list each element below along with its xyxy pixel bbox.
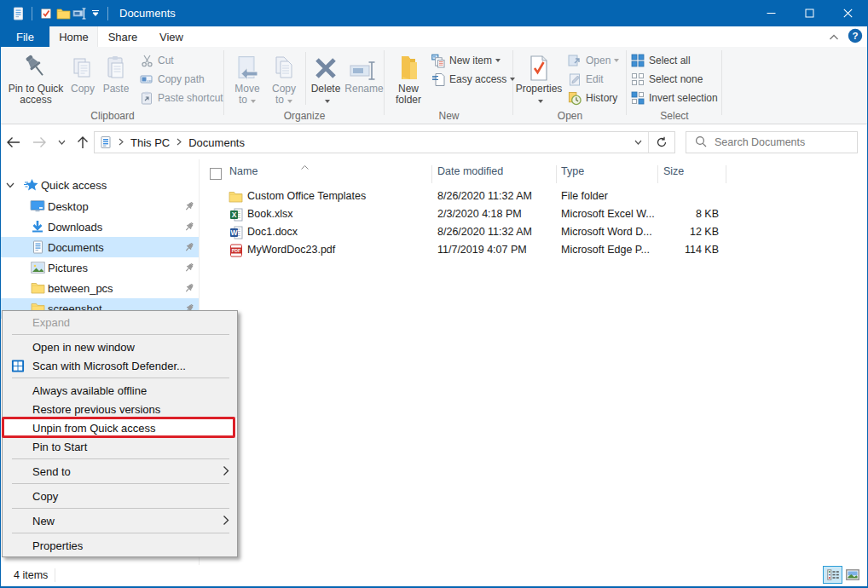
- column-header-date-modified[interactable]: Date modified: [437, 165, 503, 177]
- move-to-button[interactable]: Moveto: [229, 49, 265, 112]
- properties-button[interactable]: Properties: [515, 49, 563, 112]
- defender-icon: [11, 359, 25, 372]
- minimize-button[interactable]: [752, 0, 790, 26]
- rename-button[interactable]: Rename: [344, 49, 384, 112]
- qat-properties-button[interactable]: [38, 4, 55, 23]
- delete-button[interactable]: Delete: [308, 49, 344, 112]
- menu-item-label: Restore previous versions: [32, 403, 160, 416]
- search-input[interactable]: Search Documents: [686, 131, 858, 153]
- recent-locations-chevron-icon[interactable]: [52, 140, 71, 145]
- sidebar-item-between-pcs[interactable]: between_pcs: [1, 278, 199, 298]
- pin-icon: [180, 262, 199, 273]
- sidebar-item-quick-access[interactable]: Quick access: [1, 175, 199, 195]
- tab-home[interactable]: Home: [49, 26, 98, 47]
- collapse-chevron-icon[interactable]: [1, 182, 20, 188]
- file-row[interactable]: Custom Office Templates 8/26/2020 11:32 …: [203, 187, 867, 205]
- copy-path-button[interactable]: Copy path: [140, 70, 205, 89]
- details-view-button[interactable]: [823, 566, 842, 584]
- address-bar[interactable]: This PC Documents: [94, 131, 675, 153]
- file-row[interactable]: W Doc1.docx 8/26/2020 11:32 AM Microsoft…: [203, 223, 867, 241]
- file-date-modified: 8/26/2020 11:32 AM: [437, 190, 532, 202]
- delete-label: Delete: [311, 84, 341, 106]
- open-button[interactable]: Open: [568, 51, 619, 70]
- back-button[interactable]: [1, 136, 26, 148]
- help-icon[interactable]: ?: [848, 28, 863, 46]
- pin-icon: [180, 222, 199, 232]
- qat-customize-chevron-icon[interactable]: [89, 4, 102, 23]
- new-folder-button[interactable]: Newfolder: [390, 49, 427, 112]
- rename-label: Rename: [344, 84, 383, 95]
- tab-share[interactable]: Share: [98, 26, 148, 47]
- menu-item-new[interactable]: New: [3, 511, 237, 530]
- sidebar-item-documents[interactable]: Documents: [1, 237, 199, 257]
- paste-shortcut-button[interactable]: Paste shortcut: [140, 89, 223, 107]
- history-button[interactable]: History: [568, 89, 617, 107]
- select-all-button[interactable]: Select all: [631, 51, 691, 70]
- cut-button[interactable]: Cut: [140, 51, 174, 70]
- qat-separator: [32, 7, 32, 20]
- qat-new-folder-button[interactable]: [55, 4, 72, 23]
- sidebar-item-label: Quick access: [41, 179, 199, 192]
- address-dropdown-chevron-icon[interactable]: [628, 132, 649, 153]
- select-all-label: Select all: [649, 55, 691, 66]
- menu-item-pin-to-start[interactable]: Pin to Start: [3, 437, 237, 456]
- column-header-type[interactable]: Type: [561, 165, 584, 177]
- invert-selection-button[interactable]: Invert selection: [631, 89, 718, 107]
- pin-icon: [180, 201, 199, 211]
- column-separator[interactable]: [431, 165, 432, 183]
- up-button[interactable]: [71, 135, 95, 149]
- select-none-label: Select none: [649, 73, 703, 85]
- menu-item-restore-previous-versions[interactable]: Restore previous versions: [3, 400, 237, 418]
- menu-item-scan-with-microsoft-defender[interactable]: Scan with Microsoft Defender...: [3, 356, 237, 375]
- menu-item-label: New: [32, 515, 55, 527]
- menu-item-open-in-new-window[interactable]: Open in new window: [3, 337, 237, 356]
- menu-item-unpin-from-quick-access[interactable]: Unpin from Quick access: [3, 418, 237, 437]
- copy-button[interactable]: Copy: [67, 49, 99, 112]
- menu-separator: [3, 530, 237, 536]
- close-button[interactable]: [829, 0, 867, 26]
- easy-access-button[interactable]: Easy access: [431, 70, 515, 89]
- copy-to-button[interactable]: Copyto: [266, 49, 302, 112]
- menu-item-label: Copy: [32, 490, 58, 503]
- breadcrumb-documents[interactable]: Documents: [183, 136, 250, 149]
- column-separator[interactable]: [657, 165, 658, 183]
- menu-separator: [3, 505, 237, 511]
- qat-rename-button[interactable]: [72, 4, 89, 23]
- column-separator[interactable]: [726, 165, 726, 183]
- sidebar-item-downloads[interactable]: Downloads: [1, 216, 199, 237]
- menu-item-label: Properties: [32, 539, 83, 552]
- thumbnail-view-button[interactable]: [842, 566, 862, 584]
- sidebar-item-label: Pictures: [48, 262, 180, 274]
- forward-button[interactable]: [26, 136, 52, 148]
- column-header-name[interactable]: Name: [229, 165, 258, 177]
- select-all-checkbox[interactable]: [210, 168, 222, 180]
- tab-file[interactable]: File: [1, 26, 49, 47]
- edit-button[interactable]: Edit: [568, 70, 604, 89]
- file-row[interactable]: X Book.xlsx 2/3/2020 4:18 PM Microsoft E…: [203, 205, 867, 223]
- file-list: Name Date modified Type Size Custom Offi…: [203, 159, 867, 565]
- sidebar-item-desktop[interactable]: Desktop: [1, 196, 199, 216]
- sidebar-item-pictures[interactable]: Pictures: [1, 257, 199, 278]
- minimize-ribbon-icon[interactable]: [829, 31, 839, 43]
- menu-item-send-to[interactable]: Send to: [3, 462, 237, 481]
- refresh-button[interactable]: [649, 132, 674, 153]
- paste-button[interactable]: Paste: [99, 49, 133, 112]
- maximize-button[interactable]: [790, 0, 829, 26]
- menu-item-label: Open in new window: [32, 341, 135, 354]
- pin-to-quick-access-button[interactable]: Pin to Quickaccess: [5, 49, 67, 112]
- select-none-button[interactable]: Select none: [631, 70, 703, 89]
- menu-item-always-available-offline[interactable]: Always available offline: [3, 381, 237, 400]
- cut-label: Cut: [158, 55, 174, 66]
- breadcrumb-this-pc[interactable]: This PC: [125, 136, 175, 149]
- menu-item-expand[interactable]: Expand: [3, 313, 237, 331]
- open-icon: [568, 54, 582, 67]
- paste-icon: [106, 52, 126, 81]
- tab-view[interactable]: View: [148, 26, 195, 47]
- menu-item-properties[interactable]: Properties: [3, 536, 237, 555]
- address-bar-controls: [628, 132, 674, 153]
- menu-item-copy[interactable]: Copy: [3, 487, 237, 505]
- column-header-size[interactable]: Size: [663, 165, 684, 177]
- new-item-button[interactable]: New item: [431, 51, 501, 70]
- column-separator[interactable]: [556, 165, 557, 183]
- file-row[interactable]: PDF MyWordDoc23.pdf 11/7/2019 4:07 PM Mi…: [203, 241, 867, 259]
